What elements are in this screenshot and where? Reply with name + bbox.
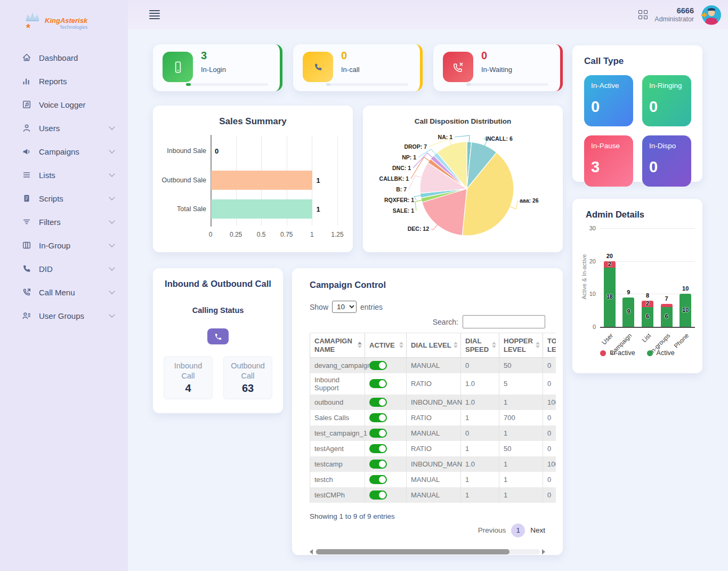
bar-chart-icon: [21, 76, 32, 86]
column-header-active[interactable]: ACTIVE: [365, 333, 407, 358]
avatar[interactable]: [701, 5, 722, 25]
scrollbar-track[interactable]: [315, 549, 540, 554]
chevron-down-icon: [109, 311, 115, 317]
svg-text:B: 7: B: 7: [396, 186, 407, 192]
stat-value: 0: [341, 50, 347, 62]
columns-icon: [21, 240, 32, 251]
hopper-level: 1: [499, 472, 543, 487]
active-toggle[interactable]: [369, 361, 387, 370]
admin-legend: In-activeActive: [572, 349, 702, 357]
scroll-left-arrow-icon[interactable]: [310, 549, 313, 554]
dial-speed: 1: [461, 441, 499, 456]
hopper-level: 1: [499, 456, 543, 472]
chevron-down-icon: [109, 194, 115, 200]
stat-progress: [326, 83, 408, 86]
active-toggle[interactable]: [369, 398, 387, 407]
tile-value: 0: [649, 158, 684, 176]
stat-card-in-waiting: 0 In-Waiting: [433, 44, 563, 91]
active-toggle[interactable]: [369, 475, 387, 484]
brand-title: KingAsterisk: [45, 17, 87, 25]
svg-text:DROP: 7: DROP: 7: [404, 143, 427, 150]
filter-icon: [21, 216, 32, 227]
sidebar-item-scripts[interactable]: Scripts: [0, 187, 128, 210]
sidebar-item-dashboard[interactable]: Dashboard: [0, 46, 128, 69]
table-row: testCMPh MANUAL 1 1 0: [310, 487, 556, 503]
call-count-box-outbound: OutboundCall 63: [223, 356, 272, 399]
brand-logo[interactable]: * KingAsterisk Technologies: [0, 0, 128, 38]
dial-level: RATIO: [407, 410, 461, 425]
sidebar-item-lists[interactable]: Lists: [0, 163, 128, 187]
active-toggle[interactable]: [369, 444, 387, 453]
table-row: outbound INBOUND_MAN 1.0 1 100: [310, 395, 556, 410]
sidebar-item-filters[interactable]: Filters: [0, 210, 128, 234]
column-header-hopper-level[interactable]: HOPPER LEVEL: [499, 333, 543, 358]
dial-speed: 1: [461, 487, 499, 503]
total-leads: 100: [543, 456, 556, 472]
pagination-next[interactable]: Next: [530, 526, 545, 534]
svg-text:*: *: [26, 22, 30, 34]
active-toggle[interactable]: [369, 460, 387, 469]
call-type-tile-in-dispo: In-Dispo 0: [642, 135, 691, 187]
sidebar-item-label: DID: [39, 264, 110, 274]
column-header-camapign-name[interactable]: CAMAPIGN NAME: [310, 333, 365, 358]
svg-text:SALE: 1: SALE: 1: [393, 207, 414, 214]
sales-category-label: Outbound Sale: [156, 176, 206, 184]
svg-text:NA: 1: NA: 1: [438, 134, 453, 140]
dial-level: MANUAL: [407, 472, 461, 487]
scrollbar-thumb[interactable]: [316, 549, 509, 554]
table-info: Showing 1 to 9 of 9 entries: [310, 512, 545, 520]
sidebar-item-users[interactable]: Users: [0, 116, 128, 140]
active-toggle[interactable]: [369, 413, 387, 422]
chevron-down-icon: [109, 124, 115, 130]
dashboard-content: 3 In-Login 0 In-call 0 In-Waiting Call T…: [128, 29, 728, 571]
call-count-box-inbound: InboundCall 4: [164, 356, 213, 399]
stat-label: In-call: [341, 66, 360, 74]
user-role: Administrator: [654, 15, 694, 24]
page-size-select[interactable]: 10: [332, 301, 357, 313]
pagination-page-1[interactable]: 1: [511, 524, 525, 537]
stat-progress: [186, 83, 268, 86]
phone-icon: [214, 333, 222, 341]
sidebar-item-campaigns[interactable]: Campaigns: [0, 140, 128, 163]
menu-toggle-icon[interactable]: [149, 9, 160, 21]
mobile-phone-icon: [163, 52, 193, 82]
calling-status-phone-button[interactable]: [207, 328, 229, 344]
sort-arrows-icon: [358, 342, 362, 348]
scroll-right-arrow-icon[interactable]: [542, 549, 545, 554]
total-leads: 0: [543, 441, 556, 456]
phone-missed-icon: [443, 52, 473, 82]
search-input[interactable]: [463, 315, 545, 328]
column-header-dial-level[interactable]: DIAL LEVEL: [407, 333, 461, 358]
dial-level: MANUAL: [407, 425, 461, 441]
user-id: 6666: [654, 6, 694, 15]
sidebar-item-label: Lists: [39, 171, 110, 180]
sidebar-item-reports[interactable]: Reports: [0, 69, 128, 93]
phone-icon: [21, 263, 32, 274]
table-row: testAgent RATIO 1 50 0: [310, 441, 556, 456]
hopper-level: 1: [499, 487, 543, 503]
active-toggle[interactable]: [369, 490, 387, 500]
svg-text:NP: 1: NP: 1: [402, 154, 416, 160]
table-row: testch MANUAL 1 1 0: [310, 472, 556, 487]
column-header-total-leads[interactable]: TOTAL LEADS: [543, 333, 556, 358]
sidebar-item-in-group[interactable]: In-Group: [0, 234, 128, 257]
dial-level: RATIO: [407, 373, 461, 395]
legend-item-active: Active: [647, 349, 675, 357]
total-leads: 0: [543, 425, 556, 441]
sidebar-item-label: Dashboard: [39, 53, 114, 62]
dial-level: RATIO: [407, 441, 461, 456]
sidebar-item-user-groups[interactable]: User Groups: [0, 304, 128, 327]
sidebar-item-did[interactable]: DID: [0, 257, 128, 280]
sidebar-item-call-menu[interactable]: Call Menu: [0, 280, 128, 304]
active-toggle[interactable]: [369, 429, 387, 438]
entries-label: entries: [360, 303, 383, 311]
column-header-dial-speed[interactable]: DIAL SPEED: [461, 333, 499, 358]
svg-text:DNC: 1: DNC: 1: [392, 165, 411, 171]
pagination-previous[interactable]: Previous: [478, 526, 506, 534]
campaign-name: Sales Calls: [310, 410, 365, 425]
horizontal-scrollbar: [310, 549, 545, 554]
active-toggle[interactable]: [369, 379, 387, 388]
campaign-name: outbound: [310, 395, 365, 410]
user-icon: [21, 123, 32, 133]
sidebar-item-voice-logger[interactable]: Voice Logger: [0, 93, 128, 116]
